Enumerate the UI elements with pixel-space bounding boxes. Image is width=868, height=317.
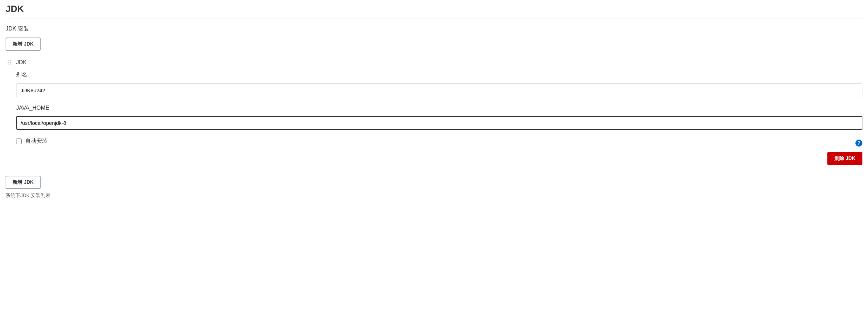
auto-install-row: 自动安装	[16, 137, 48, 145]
java-home-label: JAVA_HOME	[16, 105, 862, 111]
jdk-entry-title: JDK	[16, 59, 27, 66]
svg-point-2	[10, 60, 11, 61]
svg-point-0	[7, 60, 7, 61]
jdk-header-row: JDK	[6, 59, 862, 66]
delete-button-row: 删除 JDK	[6, 152, 862, 165]
alias-input[interactable]	[16, 83, 862, 97]
drag-handle-icon[interactable]	[6, 59, 12, 66]
delete-jdk-button[interactable]: 删除 JDK	[827, 152, 862, 165]
svg-point-4	[8, 62, 9, 63]
alias-form-group: 别名	[16, 71, 862, 97]
auto-install-label: 自动安装	[25, 137, 48, 145]
svg-point-3	[7, 62, 7, 63]
svg-point-7	[8, 64, 9, 65]
svg-point-5	[10, 62, 11, 63]
add-jdk-button-bottom[interactable]: 新增 JDK	[6, 176, 41, 189]
section-title: JDK	[6, 4, 862, 19]
install-section-label: JDK 安装	[6, 25, 862, 33]
help-icon[interactable]: ?	[855, 140, 862, 147]
add-jdk-button-top[interactable]: 新增 JDK	[6, 38, 41, 51]
java-home-form-group: JAVA_HOME	[16, 105, 862, 130]
jdk-installation-block: JDK 别名 JAVA_HOME 自动安装 ? 删除 JDK	[6, 59, 862, 165]
svg-point-1	[8, 60, 9, 61]
java-home-input[interactable]	[16, 116, 862, 130]
footer-help-text: 系统下JDK 安装列表	[6, 193, 862, 199]
svg-point-8	[10, 64, 11, 65]
svg-point-6	[7, 64, 7, 65]
auto-install-checkbox[interactable]	[16, 139, 22, 144]
alias-label: 别名	[16, 71, 862, 79]
